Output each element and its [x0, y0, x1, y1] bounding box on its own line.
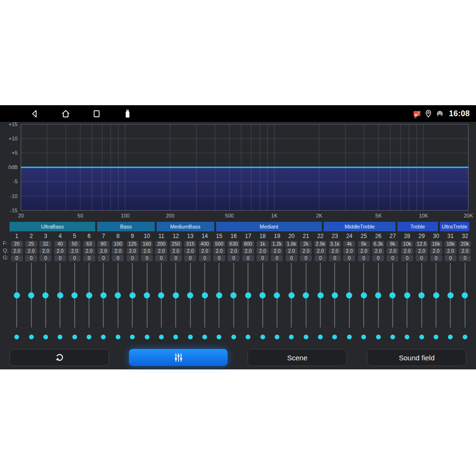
slider-thumb[interactable]: [303, 292, 309, 298]
equalizer-button[interactable]: [129, 349, 228, 366]
frequency-value-20[interactable]: 1.6k: [285, 241, 298, 247]
gain-slider-25[interactable]: [357, 263, 371, 327]
gain-slider-19[interactable]: [270, 263, 284, 327]
slider-thumb[interactable]: [115, 292, 121, 298]
gain-value-22[interactable]: 0: [315, 255, 327, 261]
gain-value-13[interactable]: 0: [184, 255, 196, 261]
band-dot-7[interactable]: [101, 335, 106, 339]
band-dot-16[interactable]: [231, 335, 236, 339]
q-value-24[interactable]: 2.0: [343, 248, 355, 254]
slider-thumb[interactable]: [187, 292, 193, 298]
frequency-value-7[interactable]: 80: [98, 241, 109, 247]
gain-value-24[interactable]: 0: [343, 255, 355, 261]
gain-value-17[interactable]: 0: [242, 255, 254, 261]
q-value-26[interactable]: 2.0: [372, 248, 384, 254]
q-value-27[interactable]: 2.0: [387, 248, 398, 254]
frequency-value-5[interactable]: 50: [69, 241, 80, 247]
gain-value-1[interactable]: 0: [11, 255, 23, 261]
band-group-ultratreble[interactable]: UltraTreble: [440, 222, 469, 231]
q-value-29[interactable]: 2.0: [416, 248, 427, 254]
q-value-12[interactable]: 2.0: [170, 248, 182, 254]
q-value-1[interactable]: 2.0: [11, 248, 23, 254]
frequency-value-32[interactable]: 20k: [459, 241, 471, 247]
band-dot-15[interactable]: [217, 335, 221, 339]
band-dot-27[interactable]: [390, 335, 395, 339]
band-dot-29[interactable]: [419, 335, 424, 339]
gain-slider-29[interactable]: [415, 263, 429, 327]
gain-value-3[interactable]: 0: [40, 255, 51, 261]
band-dot-17[interactable]: [246, 335, 250, 339]
slider-thumb[interactable]: [346, 292, 352, 298]
slider-thumb[interactable]: [418, 292, 425, 298]
band-dot-6[interactable]: [87, 335, 91, 339]
band-dot-25[interactable]: [361, 335, 366, 339]
q-value-16[interactable]: 2.0: [228, 248, 239, 254]
slider-thumb[interactable]: [28, 292, 34, 298]
band-dot-24[interactable]: [347, 335, 352, 339]
slider-thumb[interactable]: [129, 292, 136, 298]
frequency-value-11[interactable]: 200: [155, 241, 167, 247]
gain-value-21[interactable]: 0: [300, 255, 312, 261]
q-value-11[interactable]: 2.0: [155, 248, 167, 254]
slider-thumb[interactable]: [447, 292, 454, 298]
frequency-value-24[interactable]: 4k: [343, 241, 355, 247]
gain-slider-24[interactable]: [342, 263, 357, 327]
band-dot-1[interactable]: [14, 335, 19, 339]
gain-slider-32[interactable]: [458, 263, 472, 327]
gain-slider-21[interactable]: [299, 263, 313, 327]
slider-thumb[interactable]: [245, 292, 251, 298]
frequency-value-16[interactable]: 630: [228, 241, 239, 247]
band-dot-8[interactable]: [116, 335, 120, 339]
gain-value-30[interactable]: 0: [430, 255, 442, 261]
band-dot-22[interactable]: [318, 335, 323, 339]
band-group-mediumbass[interactable]: MediumBass: [157, 222, 214, 231]
frequency-value-25[interactable]: 5k: [358, 241, 370, 247]
gain-slider-15[interactable]: [212, 263, 226, 327]
q-value-10[interactable]: 2.0: [141, 248, 153, 254]
band-dot-2[interactable]: [29, 335, 34, 339]
gain-value-20[interactable]: 0: [286, 255, 298, 261]
frequency-value-2[interactable]: 25: [25, 241, 37, 247]
gain-slider-14[interactable]: [198, 263, 212, 327]
slider-thumb[interactable]: [57, 292, 63, 298]
frequency-value-22[interactable]: 2.5k: [314, 241, 327, 247]
q-value-22[interactable]: 2.0: [315, 248, 327, 254]
frequency-value-18[interactable]: 1k: [257, 241, 268, 247]
frequency-value-29[interactable]: 12.5: [415, 241, 427, 247]
gain-slider-16[interactable]: [227, 263, 241, 327]
slider-thumb[interactable]: [288, 292, 295, 298]
q-value-15[interactable]: 2.0: [213, 248, 225, 254]
band-dot-5[interactable]: [72, 335, 77, 339]
q-value-18[interactable]: 2.0: [257, 248, 268, 254]
frequency-value-27[interactable]: 8k: [387, 241, 398, 247]
gain-value-11[interactable]: 0: [155, 255, 167, 261]
slider-thumb[interactable]: [86, 292, 92, 298]
band-group-middletreble[interactable]: MiddleTreble: [324, 222, 395, 231]
frequency-value-14[interactable]: 400: [199, 241, 211, 247]
frequency-value-31[interactable]: 18k: [445, 241, 456, 247]
band-group-ultrabass[interactable]: UltraBass: [10, 222, 95, 231]
frequency-value-26[interactable]: 6.3k: [372, 241, 385, 247]
gain-slider-2[interactable]: [24, 263, 38, 327]
band-dot-12[interactable]: [173, 335, 178, 339]
band-dot-13[interactable]: [188, 335, 193, 339]
band-dot-21[interactable]: [304, 335, 308, 339]
back-icon[interactable]: [30, 109, 40, 119]
slider-thumb[interactable]: [375, 292, 381, 298]
slider-thumb[interactable]: [144, 292, 150, 298]
usb-icon[interactable]: [122, 109, 133, 119]
q-value-30[interactable]: 2.0: [430, 248, 442, 254]
slider-thumb[interactable]: [158, 292, 164, 298]
frequency-value-1[interactable]: 20: [11, 241, 23, 247]
slider-thumb[interactable]: [100, 292, 107, 298]
q-value-23[interactable]: 2.0: [329, 248, 341, 254]
gain-value-27[interactable]: 0: [387, 255, 398, 261]
frequency-value-15[interactable]: 500: [213, 241, 225, 247]
frequency-value-13[interactable]: 315: [184, 241, 196, 247]
gain-slider-26[interactable]: [371, 263, 385, 327]
band-group-bass[interactable]: Bass: [97, 222, 154, 231]
gain-slider-13[interactable]: [183, 263, 198, 327]
gain-slider-31[interactable]: [443, 263, 457, 327]
q-value-25[interactable]: 2.0: [358, 248, 370, 254]
q-value-32[interactable]: 2.0: [459, 248, 471, 254]
